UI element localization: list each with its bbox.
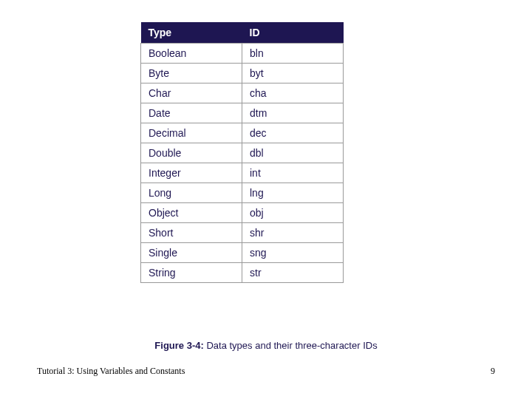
- header-id: ID: [242, 22, 344, 44]
- cell-id: lng: [242, 183, 344, 203]
- cell-type: Single: [141, 243, 242, 263]
- cell-id: byt: [242, 64, 344, 83]
- data-type-table-container: Type ID Booleanbln Bytebyt Charcha Dated…: [140, 22, 344, 283]
- figure-label: Figure 3-4:: [154, 340, 203, 351]
- data-type-table: Type ID Booleanbln Bytebyt Charcha Dated…: [140, 22, 344, 283]
- footer-title: Tutorial 3: Using Variables and Constant…: [37, 366, 185, 377]
- table-row: Bytebyt: [141, 64, 344, 83]
- table-row: Shortshr: [141, 223, 344, 243]
- table-row: Objectobj: [141, 203, 344, 223]
- table-row: Integerint: [141, 163, 344, 183]
- cell-type: String: [141, 263, 242, 283]
- cell-id: dec: [242, 123, 344, 143]
- cell-id: dbl: [242, 143, 344, 163]
- cell-type: Object: [141, 203, 242, 223]
- cell-id: dtm: [242, 103, 344, 123]
- table-row: Singlesng: [141, 243, 344, 263]
- cell-id: int: [242, 163, 344, 183]
- cell-id: cha: [242, 83, 344, 103]
- table-row: Datedtm: [141, 103, 344, 123]
- figure-text: Data types and their three-character IDs: [204, 340, 378, 351]
- cell-type: Char: [141, 83, 242, 103]
- table-body: Booleanbln Bytebyt Charcha Datedtm Decim…: [141, 44, 344, 283]
- cell-type: Boolean: [141, 44, 242, 64]
- table-row: Doubledbl: [141, 143, 344, 163]
- cell-id: sng: [242, 243, 344, 263]
- cell-type: Byte: [141, 64, 242, 83]
- cell-id: shr: [242, 223, 344, 243]
- table-row: Charcha: [141, 83, 344, 103]
- cell-type: Decimal: [141, 123, 242, 143]
- table-row: Longlng: [141, 183, 344, 203]
- table-row: Stringstr: [141, 263, 344, 283]
- table-header-row: Type ID: [141, 22, 344, 44]
- page-number: 9: [491, 366, 495, 377]
- cell-id: bln: [242, 44, 344, 64]
- table-row: Booleanbln: [141, 44, 344, 64]
- header-type: Type: [141, 22, 242, 44]
- cell-id: obj: [242, 203, 344, 223]
- cell-type: Integer: [141, 163, 242, 183]
- cell-id: str: [242, 263, 344, 283]
- cell-type: Short: [141, 223, 242, 243]
- cell-type: Double: [141, 143, 242, 163]
- cell-type: Date: [141, 103, 242, 123]
- figure-caption: Figure 3-4: Data types and their three-c…: [0, 340, 532, 351]
- table-row: Decimaldec: [141, 123, 344, 143]
- cell-type: Long: [141, 183, 242, 203]
